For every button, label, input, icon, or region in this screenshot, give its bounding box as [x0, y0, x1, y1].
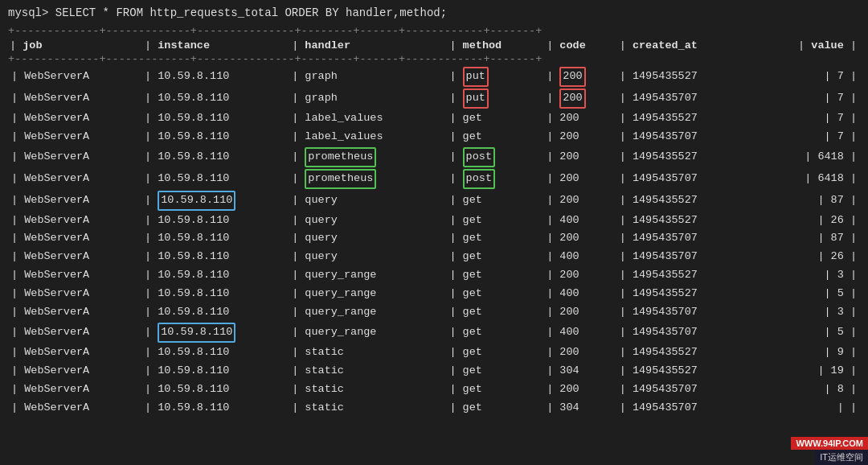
table-row: | WebServerA | 10.59.8.110 | query_range… — [8, 303, 860, 322]
table-row: | WebServerA | 10.59.8.110 | query | get… — [8, 248, 860, 266]
table-row: | WebServerA | 10.59.8.110 | query_range… — [8, 322, 860, 344]
table-row: | WebServerA | 10.59.8.110 | query | get… — [8, 229, 860, 248]
table-row: | WebServerA | 10.59.8.110 | static | ge… — [8, 399, 860, 418]
watermark-line2: IT运维空间 — [815, 450, 868, 465]
table-row: | WebServerA | 10.59.8.110 | query_range… — [8, 285, 860, 303]
table-row: | WebServerA | 10.59.8.110 | prometheus … — [8, 146, 860, 168]
watermark-line1: WWW.94IP.COM — [791, 437, 868, 450]
table-row: | WebServerA | 10.59.8.110 | static | ge… — [8, 362, 860, 381]
table-container: +-------------+-------------+-----------… — [8, 24, 860, 418]
table-row: | WebServerA | 10.59.8.110 | prometheus … — [8, 168, 860, 190]
results-table: +-------------+-------------+-----------… — [8, 24, 860, 418]
table-row: | WebServerA | 10.59.8.110 | static | ge… — [8, 344, 860, 362]
table-row: | WebServerA | 10.59.8.110 | query_range… — [8, 266, 860, 285]
table-row: | WebServerA | 10.59.8.110 | graph | put… — [8, 88, 860, 109]
terminal: mysql> SELECT * FROM http_requests_total… — [0, 0, 868, 465]
table-row: | WebServerA | 10.59.8.110 | query | get… — [8, 212, 860, 230]
watermark: WWW.94IP.COM IT运维空间 — [791, 437, 868, 465]
table-row: | WebServerA | 10.59.8.110 | label_value… — [8, 109, 860, 128]
table-row: | WebServerA | 10.59.8.110 | query | get… — [8, 190, 860, 212]
table-row: | WebServerA | 10.59.8.110 | graph | put… — [8, 66, 860, 88]
table-row: | WebServerA | 10.59.8.110 | static | ge… — [8, 381, 860, 399]
sql-command: mysql> SELECT * FROM http_requests_total… — [8, 6, 860, 19]
table-row: | WebServerA | 10.59.8.110 | label_value… — [8, 128, 860, 146]
